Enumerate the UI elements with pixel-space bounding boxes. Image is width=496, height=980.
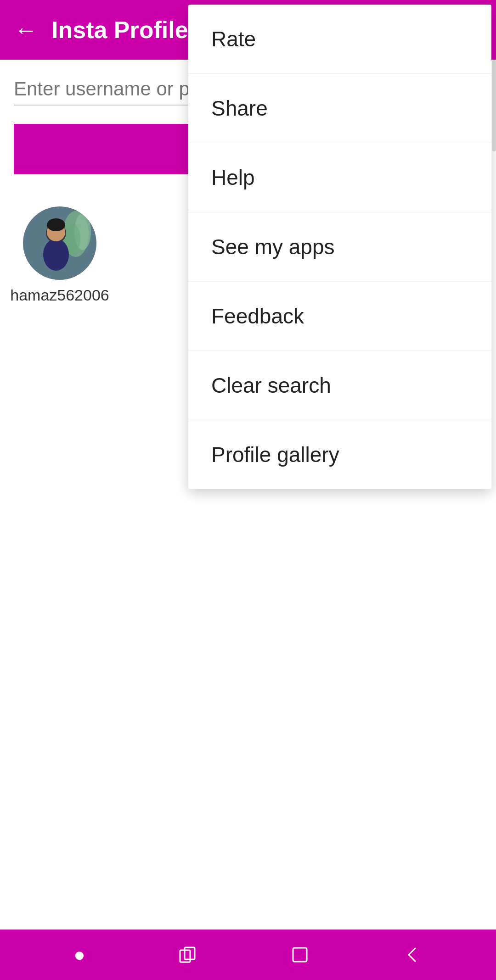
svg-rect-10 [293, 948, 307, 962]
svg-point-5 [43, 239, 69, 271]
back-button[interactable]: ← [14, 18, 38, 42]
menu-item-share[interactable]: Share [188, 74, 491, 143]
square-icon[interactable] [290, 945, 310, 965]
menu-item-clear-search[interactable]: Clear search [188, 351, 491, 420]
back-nav-icon[interactable] [402, 945, 423, 965]
scroll-hint [492, 60, 496, 151]
menu-item-help[interactable]: Help [188, 143, 491, 212]
menu-item-feedback[interactable]: Feedback [188, 282, 491, 351]
menu-item-rate[interactable]: Rate [188, 5, 491, 74]
menu-item-see-my-apps[interactable]: See my apps [188, 212, 491, 282]
menu-item-profile-gallery[interactable]: Profile gallery [188, 420, 491, 489]
bottom-nav: ● [0, 930, 496, 980]
svg-point-7 [47, 218, 65, 231]
dropdown-menu: Rate Share Help See my apps Feedback Cle… [188, 5, 491, 489]
recent-icon[interactable] [177, 945, 197, 965]
list-item[interactable]: hamaz562006 [14, 202, 106, 309]
avatar [23, 206, 96, 280]
home-icon[interactable]: ● [73, 944, 85, 966]
profile-username: hamaz562006 [10, 286, 109, 304]
